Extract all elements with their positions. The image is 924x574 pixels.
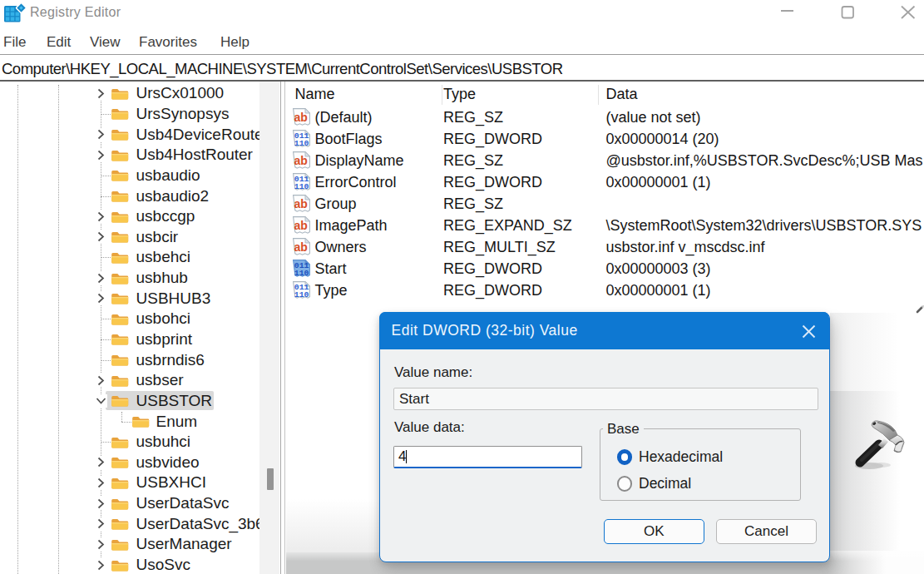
svg-text:ab: ab: [294, 219, 307, 232]
svg-text:ab: ab: [294, 197, 307, 210]
svg-text:ab: ab: [294, 240, 307, 254]
svg-text:ab: ab: [294, 154, 307, 167]
svg-text:110: 110: [294, 290, 309, 299]
svg-text:110: 110: [294, 139, 309, 148]
svg-text:ab: ab: [294, 111, 307, 124]
svg-text:110: 110: [294, 269, 309, 278]
svg-text:110: 110: [294, 182, 309, 191]
